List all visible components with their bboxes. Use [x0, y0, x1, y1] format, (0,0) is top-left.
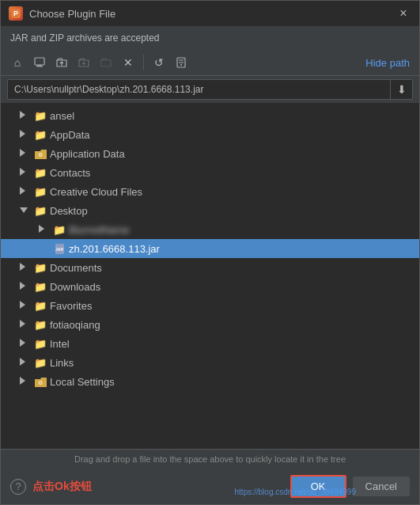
arrow-contacts [20, 168, 31, 177]
dialog: P Choose Plugin File × JAR and ZIP archi… [0, 0, 420, 505]
path-bar: ⬇ [7, 79, 413, 100]
svg-text:⚙: ⚙ [38, 380, 43, 385]
folder-icon-application-data: ⚙ [34, 147, 47, 160]
folder-icon-fotiaoqiang: 📁 [34, 318, 47, 331]
tree-item-desktop[interactable]: 📁 Desktop [1, 201, 419, 220]
hide-path-button[interactable]: Hide path [362, 55, 413, 70]
tree-label-intel: Intel [50, 338, 70, 350]
arrow-favorites [20, 301, 31, 310]
tree-item-appdata[interactable]: 📁 AppData [1, 125, 419, 144]
tree-item-documents[interactable]: 📁 Documents [1, 258, 419, 277]
tree-label-links: Links [50, 357, 74, 369]
tree-label-documents: Documents [50, 262, 102, 274]
file-tree[interactable]: 📁 ansel 📁 AppData ⚙ Application Data 📁 C… [1, 103, 419, 449]
tree-item-blurred[interactable]: 📁 BlurredName [1, 220, 419, 239]
arrow-downloads [20, 282, 31, 291]
arrow-ansel [20, 111, 31, 120]
arrow-desktop [20, 207, 31, 215]
svg-rect-4 [36, 66, 43, 67]
app-icon: P [9, 6, 23, 21]
arrow-documents [20, 263, 31, 272]
path-go-button[interactable]: ⬇ [390, 80, 412, 99]
folder-icon-documents: 📁 [34, 261, 47, 274]
tree-item-intel[interactable]: 📁 Intel [1, 334, 419, 353]
tree-item-local-settings[interactable]: ⚙ Local Settings [1, 372, 419, 391]
folder-icon-contacts: 📁 [34, 166, 47, 179]
arrow-creative-cloud [20, 187, 31, 196]
svg-text:⚙: ⚙ [38, 152, 43, 158]
folder-action-button[interactable] [96, 53, 116, 72]
folder-icon-downloads: 📁 [34, 280, 47, 293]
folder-icon-appdata: 📁 [34, 128, 47, 141]
svg-rect-2 [35, 58, 44, 65]
folder-icon-desktop: 📁 [34, 204, 47, 217]
status-bar: Drag and drop a file into the space abov… [1, 449, 419, 469]
tree-label-ansel: ansel [50, 110, 74, 122]
tree-label-blurred: BlurredName [69, 224, 130, 236]
tree-item-favorites[interactable]: 📁 Favorites [1, 296, 419, 315]
delete-button[interactable]: ✕ [118, 53, 138, 72]
subtitle: JAR and ZIP archives are accepted [1, 26, 419, 50]
cancel-button[interactable]: Cancel [353, 477, 410, 496]
bookmark-button[interactable] [171, 53, 191, 72]
new-folder-button[interactable] [74, 53, 94, 72]
close-button[interactable]: × [395, 6, 411, 21]
tree-label-creative-cloud: Creative Cloud Files [50, 186, 142, 198]
tree-label-local-settings: Local Settings [50, 376, 115, 388]
arrow-fotiaoqiang [20, 320, 31, 329]
folder-icon-intel: 📁 [34, 337, 47, 350]
file-icon-jar: JAR [53, 242, 66, 255]
svg-rect-3 [37, 65, 42, 66]
title-bar: P Choose Plugin File × [1, 1, 419, 26]
folder-icon-local-settings: ⚙ [34, 375, 47, 388]
tree-label-appdata: AppData [50, 129, 90, 141]
svg-point-8 [180, 64, 182, 66]
tree-item-ansel[interactable]: 📁 ansel [1, 106, 419, 125]
help-button[interactable]: ? [10, 479, 26, 495]
arrow-application-data [20, 149, 31, 158]
tree-label-fotiaoqiang: fotiaoqiang [50, 319, 100, 331]
svg-text:P: P [13, 9, 18, 17]
folder-icon-favorites: 📁 [34, 299, 47, 312]
tree-item-jar-file[interactable]: JAR zh.201.6668.113.jar [1, 239, 419, 258]
tree-label-jar: zh.201.6668.113.jar [69, 243, 160, 255]
tree-label-application-data: Application Data [50, 148, 125, 160]
arrow-blurred [39, 225, 50, 234]
folder-icon-creative-cloud: 📁 [34, 185, 47, 198]
tree-item-downloads[interactable]: 📁 Downloads [1, 277, 419, 296]
tree-item-links[interactable]: 📁 Links [1, 353, 419, 372]
toolbar-divider [143, 55, 144, 70]
tree-item-creative-cloud[interactable]: 📁 Creative Cloud Files [1, 182, 419, 201]
folder-icon-blurred: 📁 [53, 223, 66, 236]
folder-icon-links: 📁 [34, 356, 47, 369]
tree-item-fotiaoqiang[interactable]: 📁 fotiaoqiang [1, 315, 419, 334]
tree-label-favorites: Favorites [50, 300, 92, 312]
svg-text:JAR: JAR [55, 247, 62, 252]
folder-up-button[interactable] [51, 53, 72, 72]
toolbar: ⌂ ✕ ↺ Hide path [1, 50, 419, 76]
tree-label-contacts: Contacts [50, 167, 90, 179]
folder-icon-ansel: 📁 [34, 109, 47, 122]
computer-button[interactable] [29, 53, 50, 72]
tree-item-application-data[interactable]: ⚙ Application Data [1, 144, 419, 163]
tree-label-desktop: Desktop [50, 205, 88, 217]
arrow-appdata [20, 130, 31, 139]
refresh-button[interactable]: ↺ [149, 53, 169, 72]
url-watermark: https://blog.csdn.net/qq_38494999 [235, 488, 356, 496]
path-input[interactable] [8, 81, 390, 98]
tree-item-contacts[interactable]: 📁 Contacts [1, 163, 419, 182]
arrow-links [20, 358, 31, 367]
tree-label-downloads: Downloads [50, 281, 100, 293]
dialog-title: Choose Plugin File [29, 8, 395, 20]
arrow-local-settings [20, 377, 31, 386]
bottom-bar: ? 点击Ok按钮 OK Cancel https://blog.csdn.net… [1, 469, 419, 504]
home-button[interactable]: ⌂ [7, 53, 28, 72]
arrow-intel [20, 339, 31, 348]
